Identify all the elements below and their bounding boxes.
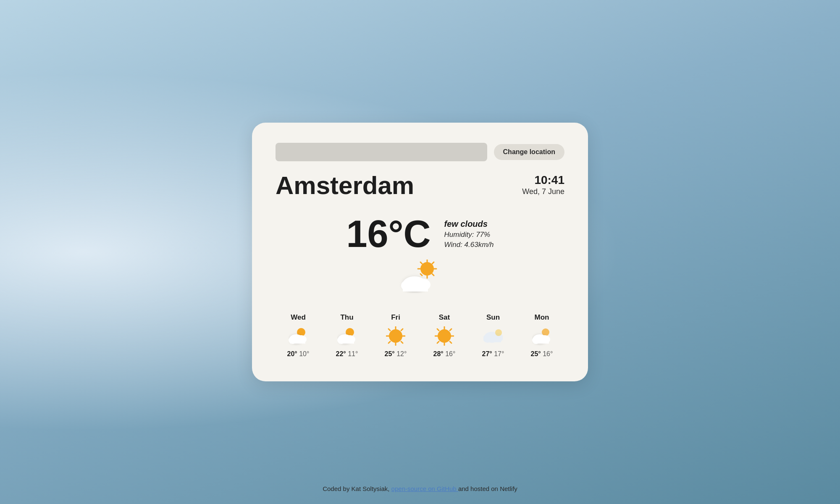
svg-line-37 (437, 329, 439, 331)
change-location-button[interactable]: Change location (494, 144, 564, 160)
svg-line-5 (420, 262, 422, 264)
forecast-high-wed: 20° (287, 350, 297, 357)
svg-point-46 (542, 328, 549, 336)
forecast-high-thu: 22° (336, 350, 346, 357)
forecast-high-mon: 25° (531, 350, 541, 357)
svg-line-6 (432, 274, 434, 276)
footer: Coded by Kat Soltysiak, open-source on G… (323, 485, 517, 492)
forecast-high-sun: 27° (482, 350, 492, 357)
forecast-day-name-fri: Fri (391, 313, 400, 322)
forecast-temps-sun: 27° 17° (482, 350, 504, 358)
forecast-icon-wed (288, 326, 308, 346)
forecast-icon-mon (532, 326, 552, 346)
forecast-day-sat: Sat 28° 16° (422, 313, 467, 358)
svg-line-7 (432, 262, 434, 264)
forecast-temps-fri: 25° 12° (385, 350, 407, 358)
forecast-temps-mon: 25° 16° (531, 350, 553, 358)
current-date: Wed, 7 June (522, 187, 564, 196)
svg-line-39 (450, 329, 452, 331)
footer-text-after: and hosted on Netlify (458, 485, 517, 492)
forecast-day-name: Wed (291, 313, 306, 322)
svg-point-23 (389, 329, 402, 343)
date-time: 10:41 Wed, 7 June (522, 173, 564, 196)
weather-icon-area (276, 260, 564, 293)
forecast-day-name-thu: Thu (340, 313, 353, 322)
forecast-icon-fri (386, 326, 406, 346)
forecast-temps-wed: 20° 10° (287, 350, 310, 358)
svg-point-32 (438, 329, 451, 343)
footer-github-link[interactable]: open-source on GitHub (391, 485, 458, 492)
svg-rect-22 (339, 340, 354, 344)
forecast-day-sun: Sun 27° 17° (470, 313, 516, 358)
location-input[interactable] (276, 143, 487, 161)
city-name: Amsterdam (276, 173, 414, 198)
weather-condition: few clouds (444, 219, 494, 229)
weather-details: few clouds Humidity: 77% Wind: 4.63km/h (444, 219, 494, 249)
svg-line-8 (420, 274, 422, 276)
forecast-temps-thu: 22° 11° (336, 350, 358, 358)
forecast-day-name-sat: Sat (439, 313, 450, 322)
svg-line-28 (388, 329, 390, 331)
humidity: Humidity: 77% (444, 231, 494, 239)
svg-line-31 (388, 341, 390, 343)
svg-point-45 (495, 329, 502, 336)
forecast-low-sun: 17° (494, 350, 504, 357)
svg-line-38 (450, 341, 452, 343)
city-date-row: Amsterdam 10:41 Wed, 7 June (276, 173, 564, 198)
svg-rect-12 (403, 285, 428, 291)
forecast-high-fri: 25° (385, 350, 395, 357)
forecast-low-mon: 16° (543, 350, 553, 357)
forecast-high-sat: 28° (433, 350, 444, 357)
forecast-low-thu: 11° (348, 350, 358, 357)
forecast-day-mon: Mon 25° 16° (519, 313, 564, 358)
forecast-day-wed: Wed 20° 10° (276, 313, 321, 358)
forecast-low-sat: 16° (445, 350, 455, 357)
forecast-icon-thu (337, 326, 357, 346)
wind: Wind: 4.63km/h (444, 241, 494, 249)
footer-text-before: Coded by Kat Soltysiak, (323, 485, 391, 492)
svg-rect-44 (485, 338, 501, 342)
forecast-day-name-sun: Sun (486, 313, 500, 322)
weather-main: 16°C few clouds Humidity: 77% Wind: 4.63… (276, 215, 564, 253)
svg-rect-50 (534, 340, 549, 344)
svg-rect-17 (290, 340, 305, 344)
current-time: 10:41 (522, 173, 564, 187)
forecast-day-name-mon: Mon (535, 313, 549, 322)
forecast-day-thu: Thu 22° 11° (324, 313, 370, 358)
forecast-temps-sat: 28° 16° (433, 350, 456, 358)
svg-line-40 (437, 341, 439, 343)
forecast-day-fri: Fri 25° 12° (373, 313, 418, 358)
svg-line-30 (401, 329, 403, 331)
top-row: Change location (276, 143, 564, 161)
svg-line-29 (401, 341, 403, 343)
temperature: 16°C (346, 215, 430, 253)
weather-card: Change location Amsterdam 10:41 Wed, 7 J… (252, 123, 588, 381)
forecast-icon-sat (434, 326, 454, 346)
forecast-low-wed: 10° (299, 350, 309, 357)
forecast-icon-sun (483, 326, 503, 346)
forecast-low-fri: 12° (396, 350, 407, 357)
forecast-row: Wed 20° 10° Thu (276, 313, 564, 358)
sun-cloud-icon (397, 260, 443, 293)
